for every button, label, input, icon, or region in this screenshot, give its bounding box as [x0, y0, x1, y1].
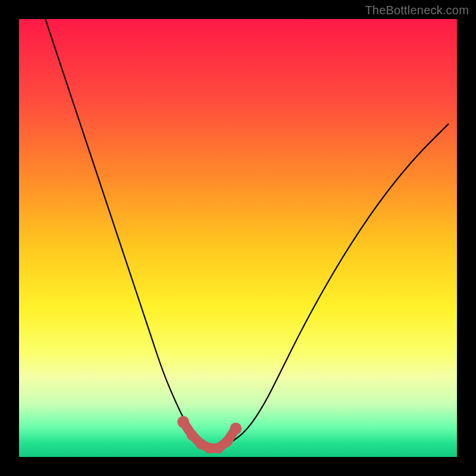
trough-highlight-dots [177, 416, 242, 453]
bottleneck-curve [45, 19, 448, 448]
chart-plot-area [19, 19, 457, 457]
trough-dot [222, 436, 233, 447]
watermark-text: TheBottleneck.com [365, 4, 469, 17]
trough-dot [177, 416, 189, 428]
chart-svg [19, 19, 457, 457]
trough-dot [230, 422, 242, 434]
trough-dot [187, 430, 198, 440]
trough-dot [213, 443, 224, 453]
